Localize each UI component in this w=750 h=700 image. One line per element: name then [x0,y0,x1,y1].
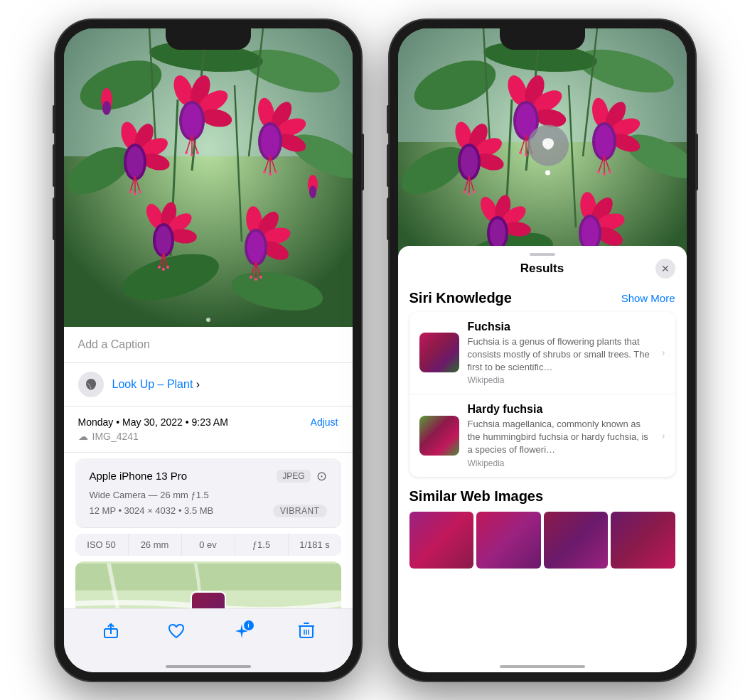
bottom-toolbar: i [64,608,353,672]
device-name: Apple iPhone 13 Pro [90,470,188,482]
results-sheet: Results ✕ Siri Knowledge Show More Fuchs… [398,246,687,672]
svg-point-43 [261,125,279,158]
share-icon [102,622,120,640]
date-section: Monday • May 30, 2022 • 9:23 AM Adjust ☁… [64,406,353,453]
caption-placeholder[interactable]: Add a Caption [78,338,150,350]
hardy-fuchsia-content: Hardy fuchsia Fuchsia magellanica, commo… [468,403,653,468]
volume-down-button-right [387,198,390,240]
hardy-fuchsia-chevron: › [662,430,665,441]
svg-point-49 [274,171,277,173]
fuchsia-name: Fuchsia [468,321,653,333]
lens-row: Wide Camera — 26 mm ƒ1.5 [90,490,327,500]
home-indicator-right [500,665,585,668]
close-button[interactable]: ✕ [655,259,675,279]
share-button[interactable] [102,622,120,645]
similar-image-3[interactable] [544,512,609,569]
exif-row: ISO 50 26 mm 0 ev ƒ1.5 1/181 s [75,534,341,556]
settings-icon: ⊙ [316,468,327,484]
siri-knowledge-header: Siri Knowledge Show More [398,284,687,312]
lookup-row[interactable]: Look Up – Plant › [64,363,353,406]
exif-iso: ISO 50 [75,534,129,556]
svg-point-137 [603,173,606,176]
knowledge-item-hardy-fuchsia[interactable]: Hardy fuchsia Fuchsia magellanica, commo… [409,394,675,477]
svg-point-47 [263,171,266,173]
similar-image-2[interactable] [476,512,541,569]
power-button-right [695,134,698,190]
fuchsia-chevron: › [662,347,665,358]
svg-point-78 [206,318,210,322]
lookup-label: Look Up – Plant › [112,378,200,391]
svg-point-60 [162,268,165,271]
svg-point-132 [595,125,614,158]
svg-point-55 [156,226,171,254]
svg-point-35 [129,190,132,193]
date-text: Monday • May 30, 2022 • 9:23 AM [78,416,228,428]
results-header: Results ✕ [398,262,687,284]
svg-point-144 [490,219,505,247]
exif-aperture: ƒ1.5 [235,534,289,556]
trash-button[interactable] [298,622,315,645]
svg-point-59 [158,266,161,269]
lookup-icon-circle [78,372,104,397]
svg-point-71 [250,276,252,279]
adjust-button[interactable]: Adjust [311,416,338,428]
flower-image [64,28,353,327]
caption-area[interactable]: Add a Caption [64,327,353,363]
cloud-icon: ☁ [78,431,88,442]
vibrant-badge: VIBRANT [273,505,327,517]
svg-point-77 [309,185,316,198]
results-title: Results [520,262,564,276]
fuchsia-source: Wikipedia [468,375,653,385]
device-section: Apple iPhone 13 Pro JPEG ⊙ Wide Camera —… [75,458,341,528]
hardy-fuchsia-thumbnail [419,416,459,456]
svg-point-19 [182,104,202,138]
sheet-handle [530,253,555,256]
trash-icon [298,622,315,640]
hardy-fuchsia-source: Wikipedia [468,458,653,468]
notch-left [166,28,251,50]
photo-area-left[interactable] [64,28,353,327]
volume-up-button-right [387,144,390,187]
info-button[interactable]: i [232,622,251,645]
svg-point-23 [185,151,188,154]
info-badge: i [244,620,254,630]
visual-lookup-button[interactable] [527,124,569,175]
svg-point-138 [609,171,611,173]
siri-knowledge-title: Siri Knowledge [409,290,512,306]
leaf-icon [84,377,98,392]
svg-point-36 [134,193,136,195]
device-badges: JPEG ⊙ [277,468,326,484]
mute-button-right [387,105,390,134]
volume-up-button [53,144,55,187]
right-phone-screen: Results ✕ Siri Knowledge Show More Fuchs… [398,28,687,672]
knowledge-item-fuchsia[interactable]: Fuchsia Fuchsia is a genus of flowering … [409,312,675,395]
left-phone-screen: Add a Caption Look Up – Plant › Monday •… [64,28,353,672]
fuchsia-thumbnail [419,333,459,372]
heart-button[interactable] [167,622,186,645]
fuchsia-desc: Fuchsia is a genus of flowering plants t… [468,335,653,375]
similar-images-row [409,512,675,569]
svg-point-67 [247,232,264,263]
svg-point-25 [196,151,199,154]
svg-point-125 [468,193,471,195]
svg-point-31 [127,146,144,178]
similar-image-4[interactable] [611,512,675,569]
hardy-fuchsia-name: Hardy fuchsia [468,403,653,416]
svg-point-24 [191,154,193,156]
show-more-button[interactable]: Show More [621,292,675,304]
svg-point-150 [582,217,599,249]
notch-right [500,28,585,50]
right-phone: Results ✕ Siri Knowledge Show More Fuchs… [390,20,695,681]
power-button [361,134,364,190]
hardy-fuchsia-desc: Fuchsia magellanica, commonly known as t… [468,418,653,457]
lookup-dot [545,170,550,175]
exif-focal: 26 mm [129,534,182,556]
svg-point-120 [461,146,478,178]
volume-down-button [53,198,55,240]
svg-point-124 [463,190,466,193]
knowledge-card: Fuchsia Fuchsia is a genus of flowering … [409,312,675,477]
similar-section: Similar Web Images [398,483,687,574]
similar-image-1[interactable] [409,512,474,569]
lookup-circle [527,124,569,166]
svg-point-112 [519,151,522,154]
